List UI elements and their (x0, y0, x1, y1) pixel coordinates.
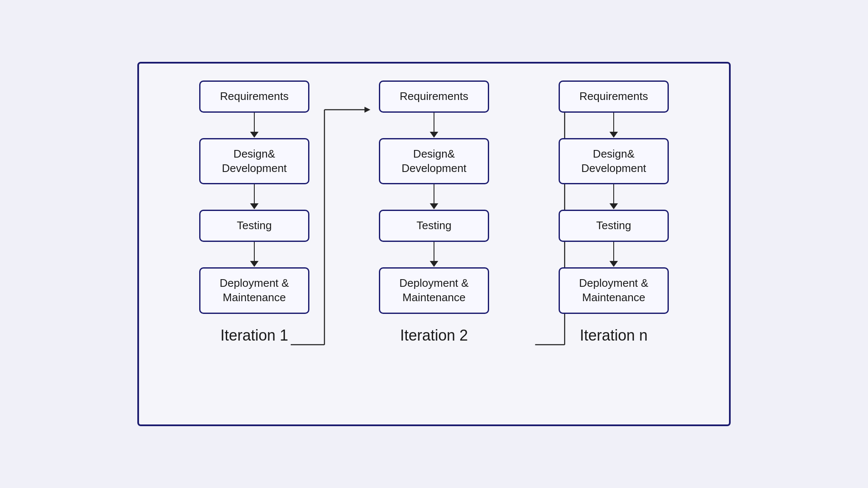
arrow-2-2 (430, 184, 438, 210)
design-box-n: Design&Development (559, 138, 669, 185)
arrow-1-3 (250, 242, 259, 267)
requirements-box-n: Requirements (559, 80, 669, 113)
iteration-2-label: Iteration 2 (400, 327, 468, 344)
deployment-box-n: Deployment &Maintenance (559, 267, 669, 314)
iteration-1-label: Iteration 1 (220, 327, 288, 344)
requirements-box-2: Requirements (379, 80, 489, 113)
deployment-box-1: Deployment &Maintenance (199, 267, 309, 314)
testing-box-1: Testing (199, 210, 309, 242)
iteration-n-label: Iteration n (580, 327, 648, 344)
arrow-n-2 (609, 184, 618, 210)
requirements-box-1: Requirements (199, 80, 309, 113)
iteration-2-col: Requirements Design&Development Testing … (375, 80, 493, 344)
arrow-2-3 (430, 242, 438, 267)
arrow-n-1 (609, 113, 618, 138)
arrow-n-3 (609, 242, 618, 267)
iteration-n-col: Requirements Design&Development Testing … (554, 80, 673, 344)
arrow-2-1 (430, 113, 438, 138)
deployment-box-2: Deployment &Maintenance (379, 267, 489, 314)
testing-box-2: Testing (379, 210, 489, 242)
design-box-1: Design&Development (199, 138, 309, 185)
arrow-1-2 (250, 184, 259, 210)
design-box-2: Design&Development (379, 138, 489, 185)
iteration-1-col: Requirements Design&Development Testing … (195, 80, 314, 344)
testing-box-n: Testing (559, 210, 669, 242)
diagram-container: Requirements Design&Development Testing … (137, 62, 731, 426)
iterations-row: Requirements Design&Development Testing … (164, 80, 704, 408)
arrow-1-1 (250, 113, 259, 138)
